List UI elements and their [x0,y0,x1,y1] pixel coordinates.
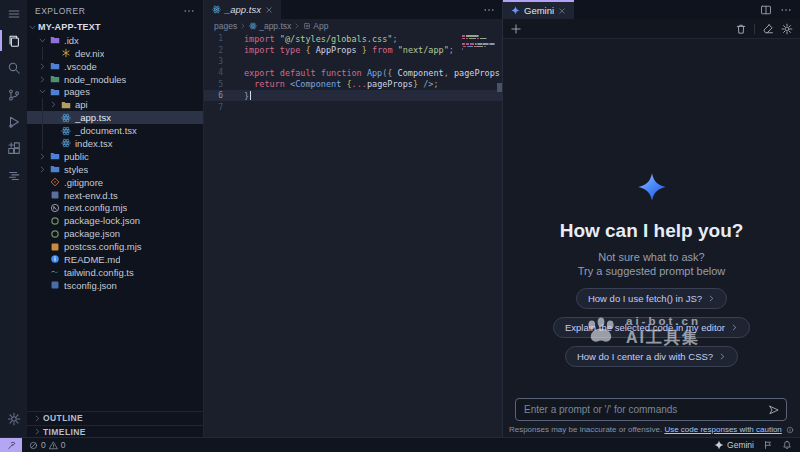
editor-tab-app-tsx[interactable]: _app.tsx [204,0,281,19]
tree-item-styles[interactable]: styles [27,163,203,176]
code-line[interactable]: 3 [204,56,503,67]
text-cursor [250,91,251,100]
tree-item-package-lock-json[interactable]: package-lock.json [27,214,203,227]
close-tab-icon[interactable] [265,6,273,14]
tree-item-index-tsx[interactable]: index.tsx [27,137,203,150]
explorer-sidebar: EXPLORER MY-APP-TEXT.idxdev.nix.vscodeno… [27,0,203,438]
split-editor-icon[interactable] [760,4,772,16]
tree-item-api[interactable]: api [27,98,203,111]
tree-item-pages[interactable]: pages [27,85,203,98]
tree-item-label: package-lock.json [64,215,140,226]
tree-item-label: public [64,151,89,162]
tree-item-package-json[interactable]: package.json [27,227,203,240]
feedback-icon[interactable] [763,440,773,450]
tree-item--app-tsx[interactable]: _app.tsx [27,111,203,124]
next-icon [48,203,61,213]
errors-icon [29,441,38,450]
suggested-prompt-2[interactable]: Explain the selected code in my editor [553,317,750,338]
idx-panel-icon[interactable] [0,162,27,189]
tree-item-readme-md[interactable]: README.md [27,253,203,266]
editor-tab-bar: _app.tsx [204,0,503,19]
code-editor[interactable]: 1import "@/styles/globals.css";2import t… [204,33,503,113]
tree-item-next-env-d-ts[interactable]: next-env.d.ts [27,189,203,202]
breadcrumb-item--app-tsx[interactable]: _app.tsx [249,21,291,31]
errors-count: 0 [41,440,46,450]
folder-icon [48,61,61,71]
gemini-sparkle-icon [511,6,520,15]
settings-gear-icon[interactable] [0,405,27,432]
warnings-count: 0 [61,440,66,450]
tree-item-label: package.json [64,228,120,239]
welcome-heading: How can I help you? [503,220,800,242]
editor-group: _app.tsx pages_app.tsxApp 1import "@/sty… [203,0,503,438]
gemini-welcome: How can I help you? Not sure what to ask… [503,172,800,367]
editor-more-actions-icon[interactable] [483,4,495,16]
tab-gemini[interactable]: Gemini [503,0,574,19]
chevron-right-icon [294,23,300,29]
code-line[interactable]: 7 [204,101,503,112]
statusbar-gemini[interactable]: Gemini [714,440,754,450]
explorer-more-actions-icon[interactable] [183,5,195,17]
notifications-bell-icon[interactable] [782,440,792,450]
code-line[interactable]: 5 return <Component {...pageProps} />; [204,79,503,90]
clear-chat-icon[interactable] [762,23,774,35]
run-debug-icon[interactable] [0,108,27,135]
tree-item-node-modules[interactable]: node_modules [27,73,203,86]
remote-icon [7,441,16,450]
tree-item-label: next-env.d.ts [64,190,118,201]
outline-section[interactable]: OUTLINE [27,411,203,425]
new-chat-icon[interactable] [510,23,522,35]
tab-label: _app.tsx [225,4,261,15]
tree-item-postcss-config-mjs[interactable]: postcss.config.mjs [27,240,203,253]
timeline-section[interactable]: TIMELINE [27,425,203,439]
code-line[interactable]: 1import "@/styles/globals.css"; [204,33,503,44]
tree-item-tsconfig-json[interactable]: tsconfig.json [27,279,203,292]
sq-icon [48,190,61,200]
source-control-icon[interactable] [0,81,27,108]
tree-item--gitignore[interactable]: .gitignore [27,176,203,189]
outline-label: OUTLINE [43,413,83,423]
code-line[interactable]: 4export default function App({ Component… [204,67,503,78]
minimap[interactable] [462,35,495,54]
suggested-prompt-3[interactable]: How do I center a div with CSS? [565,346,738,367]
tree-item-label: pages [64,86,90,97]
chevron-down-icon [37,37,48,44]
explorer-icon[interactable] [0,27,27,54]
tree-item-my-app-text[interactable]: MY-APP-TEXT [27,21,203,34]
breadcrumb-item-app[interactable]: App [303,21,328,31]
chevron-right-icon [31,415,43,422]
disclaimer-link[interactable]: Use code responses with caution [664,425,781,434]
ide-window: EXPLORER MY-APP-TEXT.idxdev.nix.vscodeno… [0,0,800,452]
chevron-right-icon [37,76,48,83]
tree-item-dev-nix[interactable]: dev.nix [27,47,203,60]
code-line[interactable]: 2import type { AppProps } from "next/app… [204,44,503,55]
line-number: 1 [204,34,223,43]
search-icon[interactable] [0,54,27,81]
folder-icon [48,35,61,45]
menu-icon[interactable] [0,0,27,27]
code-line[interactable]: 6} [204,90,503,101]
chevron-right-icon [719,353,726,360]
chevron-down-icon [37,88,48,95]
folder-icon [48,164,61,174]
extensions-icon[interactable] [0,135,27,162]
prompt-input[interactable] [516,404,768,415]
tree-item-public[interactable]: public [27,150,203,163]
tree-item-tailwind-config-ts[interactable]: tailwind.config.ts [27,266,203,279]
suggested-prompt-1[interactable]: How do I use fetch() in JS? [576,288,727,309]
tree-item-next-config-mjs[interactable]: next.config.mjs [27,201,203,214]
remote-indicator[interactable] [0,438,22,452]
timeline-label: TIMELINE [43,427,86,437]
gemini-settings-icon[interactable] [781,23,793,35]
close-tab-icon[interactable] [558,7,566,15]
panel-more-actions-icon[interactable] [780,4,792,16]
problems-indicator[interactable]: 0 0 [29,440,65,450]
tree-item--vscode[interactable]: .vscode [27,60,203,73]
delete-chat-icon[interactable] [735,23,747,35]
breadcrumb-item-pages[interactable]: pages [214,21,237,31]
tree-item--document-tsx[interactable]: _document.tsx [27,124,203,137]
tree-item-label: README.md [64,254,120,265]
send-icon[interactable] [768,404,780,416]
react-icon [249,22,257,30]
tree-item--idx[interactable]: .idx [27,34,203,47]
